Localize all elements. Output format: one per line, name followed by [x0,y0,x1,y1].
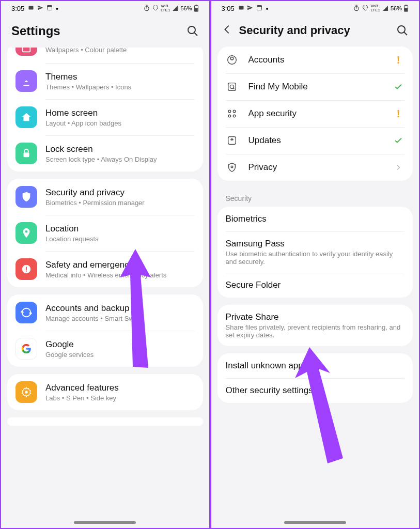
row-title: Samsung Pass [226,239,405,249]
row-sub: Share files privately, prevent recipient… [226,323,405,339]
svg-rect-5 [195,8,198,11]
accounts-icon [226,54,238,66]
row-title: Private Share [226,312,405,322]
status-bar: 3:05 • VoBLTE1 56% [211,1,419,14]
settings-group: Advanced features Labs • S Pen • Side ke… [7,374,203,410]
settings-row-safety[interactable]: Safety and emergency Medical info • Wire… [7,251,203,287]
row-title: Other security settings [226,385,405,396]
gear-icon [15,381,37,403]
row-sub: Wallpapers • Colour palette [45,48,195,54]
svg-rect-10 [24,152,29,157]
section-label-security: Security [211,188,419,207]
row-sub: Manage accounts • Smart Switch [45,315,195,322]
row-title: Biometrics [226,214,405,224]
row-sub: Labs • S Pen • Side key [45,394,195,402]
settings-row-themes[interactable]: Themes Themes • Wallpapers • Icons [7,63,203,99]
svg-rect-27 [228,83,236,91]
svg-point-7 [188,26,195,34]
svg-point-30 [228,110,231,113]
sec-row-appsec[interactable]: App security ! [217,100,413,127]
row-title: Themes [45,72,195,82]
security-group: Private Share Share files privately, pre… [217,305,413,346]
svg-rect-14 [26,271,27,272]
svg-rect-6 [195,5,197,5]
sec-row-secure-folder[interactable]: Secure Folder [217,273,413,298]
row-title: Location [45,224,195,234]
privacy-icon [226,161,238,174]
settings-row-home[interactable]: Home screen Layout • App icon badges [7,99,203,135]
settings-row-wallpaper[interactable]: Wallpapers • Colour palette [7,48,203,63]
status-icons-left: • [27,5,58,12]
sec-row-accounts[interactable]: Accounts ! [217,46,413,73]
appsec-icon [226,107,238,120]
status-time: 3:05 [11,5,24,12]
warn-icon: ! [392,54,405,66]
sec-row-findmy[interactable]: Find My Mobile [217,73,413,100]
phone-security: 3:05 • VoBLTE1 56% Security and privacy [210,0,421,529]
back-button[interactable] [222,24,234,37]
warn-icon: ! [392,108,405,120]
status-icons-right: VoBLTE1 56% [143,4,199,12]
svg-point-31 [233,110,236,113]
lock-icon [15,143,37,164]
svg-point-26 [230,57,234,60]
row-title: Advanced features [45,383,195,393]
ok-icon [392,82,405,91]
sec-row-biometrics[interactable]: Biometrics [217,207,413,231]
row-title: Accounts and backup [45,303,195,314]
settings-row-security[interactable]: Security and privacy Biometrics • Permis… [7,179,203,215]
emergency-icon [15,258,37,280]
settings-row-lock[interactable]: Lock screen Screen lock type • Always On… [7,135,203,172]
security-group: Biometrics Samsung Pass Use biometric au… [217,207,413,298]
sec-row-other[interactable]: Other security settings [217,378,413,403]
security-status-card: Accounts ! Find My Mobile App security !… [217,46,413,181]
home-indicator[interactable] [74,521,136,524]
row-sub: Location requests [45,235,195,243]
svg-rect-22 [406,5,407,5]
svg-point-32 [228,115,231,117]
sec-row-private-share[interactable]: Private Share Share files privately, pre… [217,305,413,346]
svg-rect-16 [239,6,243,9]
svg-point-23 [398,26,405,33]
row-title: App security [248,108,393,119]
svg-rect-9 [23,48,30,52]
sec-row-samsung-pass[interactable]: Samsung Pass Use biometric authenticatio… [217,231,413,273]
settings-group [7,417,203,426]
row-title: Install unknown apps [226,361,405,371]
settings-group: Wallpapers • Colour palette Themes Theme… [7,48,203,172]
settings-header: Settings [1,14,209,48]
svg-point-35 [231,166,233,168]
home-indicator[interactable] [284,521,346,524]
row-sub: Biometrics • Permission manager [45,199,195,207]
sec-row-updates[interactable]: Updates [217,127,413,154]
row-title: Home screen [45,108,195,118]
status-bar: 3:05 • VoBLTE1 56% [1,1,209,14]
findmy-icon [226,81,238,93]
search-icon[interactable] [396,24,409,37]
row-title: Accounts [248,55,393,65]
sync-icon [15,302,37,323]
svg-line-29 [232,88,234,89]
row-sub: Google services [45,351,195,359]
shield-icon [15,186,37,208]
settings-row-advanced[interactable]: Advanced features Labs • S Pen • Side ke… [7,374,203,410]
sec-row-privacy[interactable]: Privacy [217,154,413,181]
settings-row-google[interactable]: Google Google services [7,331,203,367]
row-title: Updates [248,135,393,146]
row-sub: Medical info • Wireless emergency alerts [45,271,195,279]
settings-row-location[interactable]: Location Location requests [7,215,203,251]
search-icon[interactable] [186,25,199,37]
row-sub: Layout • App icon badges [45,119,195,127]
page-title: Security and privacy [239,24,397,37]
svg-rect-2 [47,5,52,7]
sec-row-unknown-apps[interactable]: Install unknown apps [217,353,413,378]
row-title: Safety and emergency [45,260,195,270]
page-title: Settings [11,24,186,38]
svg-point-33 [233,115,236,117]
ok-icon [392,136,405,145]
home-icon [15,106,37,128]
pin-icon [15,222,37,244]
settings-group: Security and privacy Biometrics • Permis… [7,179,203,287]
svg-rect-18 [257,5,262,7]
settings-row-accounts[interactable]: Accounts and backup Manage accounts • Sm… [7,294,203,331]
